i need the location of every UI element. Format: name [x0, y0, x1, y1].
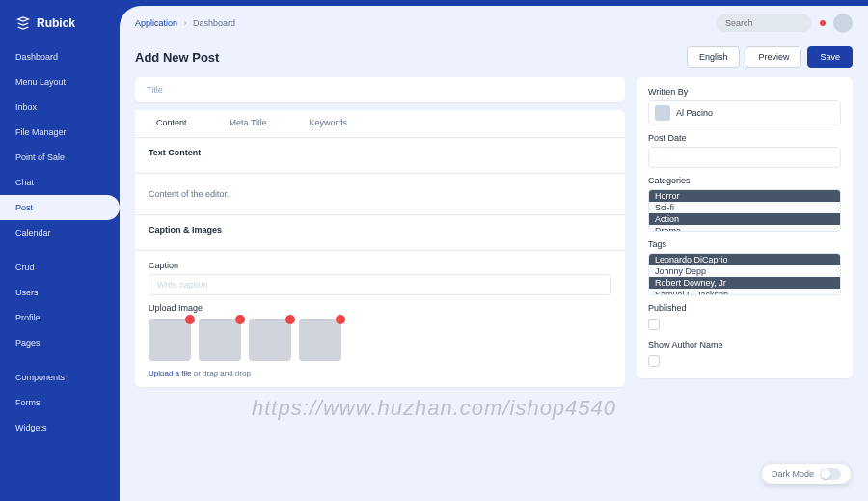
text-content-label: Text Content: [149, 148, 611, 157]
list-option[interactable]: Drama: [649, 225, 840, 232]
tab-content[interactable]: Content: [135, 110, 208, 137]
sidebar-item-components[interactable]: Components: [0, 365, 120, 390]
darkmode-toggle[interactable]: Dark Mode: [762, 464, 851, 484]
upload-link[interactable]: Upload a file: [149, 369, 191, 377]
author-select[interactable]: Al Pacino: [648, 100, 841, 125]
breadcrumb: Application › Dashboard: [135, 18, 235, 28]
sidebar-item-chat[interactable]: Chat: [0, 170, 120, 195]
list-option[interactable]: Leonardo DiCaprio: [649, 254, 840, 265]
sidebar-item-file-manager[interactable]: File Manager: [0, 120, 120, 145]
sidebar-item-users[interactable]: Users: [0, 280, 120, 305]
image-thumb[interactable]: [299, 319, 341, 361]
sidebar-item-crud[interactable]: Crud: [0, 255, 120, 280]
delete-thumb-icon[interactable]: [235, 315, 245, 324]
nav-tertiary: ComponentsFormsWidgets: [0, 365, 120, 440]
caption-input[interactable]: [149, 274, 611, 295]
search-input[interactable]: [716, 14, 812, 32]
tags-listbox[interactable]: Leonardo DiCaprioJohnny DeppRobert Downe…: [648, 253, 841, 295]
sidebar-item-point-of-sale[interactable]: Point of Sale: [0, 145, 120, 170]
list-option[interactable]: Horror: [649, 190, 840, 202]
sidebar-item-pages[interactable]: Pages: [0, 330, 120, 355]
avatar[interactable]: [833, 14, 853, 33]
post-date-input[interactable]: [648, 147, 841, 168]
show-author-label: Show Author Name: [648, 340, 841, 349]
sidebar-item-inbox[interactable]: Inbox: [0, 95, 120, 120]
tabs: Content Meta Title Keywords: [135, 110, 625, 138]
caption-label: Caption: [149, 261, 611, 270]
sidebar-item-calendar[interactable]: Calendar: [0, 220, 120, 245]
darkmode-label: Dark Mode: [772, 469, 814, 479]
categories-label: Categories: [648, 176, 841, 185]
page-title: Add New Post: [135, 50, 219, 65]
tab-keywords[interactable]: Keywords: [288, 110, 369, 137]
list-option[interactable]: Action: [649, 213, 840, 225]
delete-thumb-icon[interactable]: [336, 315, 345, 324]
post-date-label: Post Date: [648, 133, 841, 143]
topbar: Application › Dashboard: [120, 6, 868, 41]
notification-dot[interactable]: [820, 20, 826, 26]
sidebar-item-menu-layout[interactable]: Menu Layout: [0, 70, 120, 95]
sidebar-item-forms[interactable]: Forms: [0, 390, 120, 415]
title-input[interactable]: [135, 77, 625, 102]
save-button[interactable]: Save: [807, 46, 853, 68]
toggle-switch[interactable]: [820, 468, 841, 480]
tags-label: Tags: [648, 239, 841, 249]
sidebar-item-post[interactable]: Post: [0, 195, 120, 220]
list-option[interactable]: Sci-fi: [649, 202, 840, 213]
upload-thumbs: [149, 319, 611, 361]
delete-thumb-icon[interactable]: [285, 315, 295, 324]
lang-button[interactable]: English: [687, 46, 741, 68]
list-option[interactable]: Johnny Depp: [649, 265, 840, 277]
preview-button[interactable]: Preview: [746, 46, 801, 68]
sidebar-item-dashboard[interactable]: Dashboard: [0, 44, 120, 70]
image-thumb[interactable]: [199, 319, 241, 361]
author-name: Al Pacino: [676, 108, 713, 118]
caption-images-label: Caption & Images: [149, 225, 611, 235]
tab-meta[interactable]: Meta Title: [208, 110, 288, 137]
list-option[interactable]: Robert Downey, Jr: [649, 277, 840, 289]
upload-hint: Upload a file or drag and drop: [149, 369, 611, 377]
sidebar: Rubick DashboardMenu LayoutInboxFile Man…: [0, 0, 120, 501]
categories-listbox[interactable]: HorrorSci-fiActionDramaComedy: [648, 189, 841, 232]
delete-thumb-icon[interactable]: [185, 315, 195, 324]
image-thumb[interactable]: [149, 319, 191, 361]
brand: Rubick: [0, 10, 120, 44]
brand-name: Rubick: [37, 16, 75, 30]
editor-body[interactable]: Content of the editor.: [149, 183, 611, 205]
published-label: Published: [648, 303, 841, 313]
written-by-label: Written By: [648, 87, 841, 97]
sidebar-item-widgets[interactable]: Widgets: [0, 415, 120, 440]
upload-label: Upload Image: [149, 303, 611, 313]
show-author-checkbox[interactable]: [648, 355, 660, 367]
author-avatar: [655, 105, 670, 121]
published-checkbox[interactable]: [648, 319, 660, 330]
brand-icon: [15, 15, 31, 31]
nav-primary: DashboardMenu LayoutInboxFile ManagerPoi…: [0, 44, 120, 245]
main: Application › Dashboard Add New Post Eng…: [120, 6, 868, 501]
breadcrumb-current: Dashboard: [193, 18, 235, 28]
breadcrumb-root[interactable]: Application: [135, 18, 177, 28]
image-thumb[interactable]: [249, 319, 291, 361]
list-option[interactable]: Samuel L. Jackson: [649, 289, 840, 295]
sidebar-item-profile[interactable]: Profile: [0, 305, 120, 330]
nav-secondary: CrudUsersProfilePages: [0, 255, 120, 355]
